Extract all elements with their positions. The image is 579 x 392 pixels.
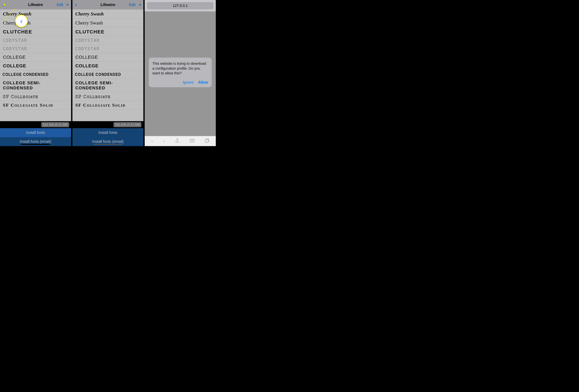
back-icon[interactable]: ‹	[151, 139, 153, 144]
bookmarks-icon[interactable]	[190, 139, 194, 144]
font-row[interactable]: COLLEGE	[0, 62, 71, 70]
font-row[interactable]: Cherry Swash	[72, 9, 144, 18]
font-row[interactable]: SF Collegiate Solid	[0, 101, 71, 110]
font-row[interactable]: COLLEGE SEMI-CONDENSED	[72, 79, 144, 92]
navigation-bar: ‹ Lifewire Edit +	[0, 0, 71, 9]
safari-content: This website is trying to download a con…	[145, 11, 216, 136]
font-row[interactable]: COLLEGE CONDENSED	[72, 70, 133, 79]
font-row[interactable]: SF Collegiate Solid	[72, 101, 144, 110]
font-row[interactable]: CLUTCHEE	[0, 27, 71, 36]
font-row[interactable]: Cherry Swash	[0, 18, 71, 27]
tabs-icon[interactable]	[205, 138, 209, 144]
edit-button[interactable]: Edit	[57, 2, 63, 7]
font-row[interactable]: SF Collegiate	[72, 92, 144, 101]
allow-button[interactable]: Allow	[198, 80, 208, 85]
callout-dot	[3, 4, 5, 6]
font-row[interactable]: CODYSTAR	[0, 36, 71, 45]
add-icon[interactable]: +	[139, 2, 142, 8]
forward-icon[interactable]: ›	[163, 139, 165, 144]
add-icon[interactable]: +	[66, 2, 69, 8]
install-fonts-button[interactable]: Install fonts	[0, 128, 71, 137]
font-list[interactable]: Cherry SwashCherry SwashCLUTCHEECODYSTAR…	[72, 9, 144, 121]
font-list[interactable]: Cherry SwashCherry SwashCLUTCHEECODYSTAR…	[0, 9, 71, 121]
url-field[interactable]: 127.0.0.1	[147, 2, 214, 9]
home-indicator[interactable]	[21, 144, 50, 145]
font-row[interactable]: CODYSTAR	[72, 45, 144, 53]
edit-button[interactable]: Edit	[129, 2, 136, 7]
font-row[interactable]: COLLEGE SEMI-CONDENSED	[0, 79, 71, 92]
install-fonts-button[interactable]: Install fonts	[72, 128, 144, 137]
font-row[interactable]: Cherry Swash	[0, 9, 71, 18]
callout-back: ‹	[15, 15, 28, 27]
font-row[interactable]: CODYSTAR	[0, 45, 71, 53]
font-row[interactable]: COLLEGE	[72, 53, 144, 62]
ignore-button[interactable]: Ignore	[183, 80, 193, 85]
home-indicator[interactable]	[93, 144, 123, 145]
safari-url-bar: 127.0.0.1	[145, 0, 216, 11]
font-row[interactable]: COLLEGE	[0, 53, 71, 62]
profile-alert: This website is trying to download a con…	[149, 58, 212, 87]
size-badge: 541 KB of 21 MB	[41, 122, 69, 127]
size-badge: 541 KB of 21 MB	[114, 122, 142, 127]
font-row[interactable]: Cherry Swash	[72, 18, 144, 27]
font-row[interactable]: COLLEGE CONDENSED	[0, 70, 60, 79]
back-icon[interactable]: ‹	[74, 1, 78, 8]
navigation-bar: ‹ Lifewire Edit +	[72, 0, 144, 9]
page-title: Lifewire	[100, 2, 115, 7]
page-title: Lifewire	[28, 2, 43, 7]
font-row[interactable]: CLUTCHEE	[72, 27, 144, 36]
font-row[interactable]: CODYSTAR	[72, 36, 144, 45]
font-row[interactable]: COLLEGE	[72, 62, 144, 70]
safari-toolbar: ‹ ›	[145, 136, 216, 146]
font-row[interactable]: SF Collegiate	[0, 92, 71, 101]
alert-message: This website is trying to download a con…	[152, 61, 208, 76]
svg-rect-0	[205, 139, 208, 142]
share-icon[interactable]	[175, 138, 179, 144]
